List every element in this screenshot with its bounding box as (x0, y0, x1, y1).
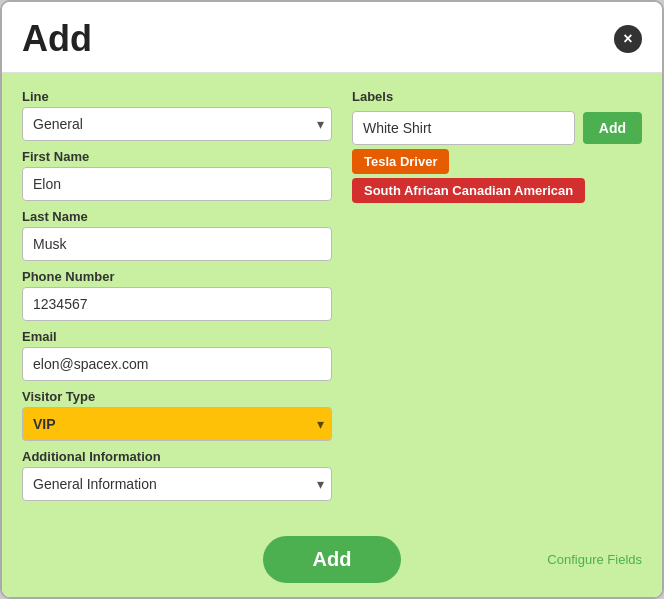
add-label-button[interactable]: Add (583, 112, 642, 144)
visitor-type-field-group: Visitor Type VIP General Business ▾ (22, 389, 332, 441)
additional-info-select-wrapper: General Information ▾ (22, 467, 332, 501)
add-button[interactable]: Add (263, 536, 402, 583)
line-select[interactable]: General Business VIP (22, 107, 332, 141)
line-field-group: Line General Business VIP ▾ (22, 89, 332, 141)
modal-header: Add × (2, 2, 662, 73)
phone-input[interactable] (22, 287, 332, 321)
additional-info-label: Additional Information (22, 449, 332, 464)
last-name-field-group: Last Name (22, 209, 332, 261)
visitor-type-select-wrapper: VIP General Business ▾ (22, 407, 332, 441)
last-name-label: Last Name (22, 209, 332, 224)
email-label: Email (22, 329, 332, 344)
labels-input[interactable] (352, 111, 575, 145)
label-tag-south-african: South African Canadian American (352, 178, 585, 203)
phone-label: Phone Number (22, 269, 332, 284)
email-field-group: Email (22, 329, 332, 381)
visitor-type-select[interactable]: VIP General Business (22, 407, 332, 441)
phone-field-group: Phone Number (22, 269, 332, 321)
modal-footer: Add Configure Fields (2, 524, 662, 597)
form-columns: Line General Business VIP ▾ First Name (22, 89, 642, 514)
right-column: Labels Add Tesla Driver South African Ca… (352, 89, 642, 514)
line-select-wrapper: General Business VIP ▾ (22, 107, 332, 141)
visitor-type-label: Visitor Type (22, 389, 332, 404)
add-modal: Add × Line General Business VIP ▾ (0, 0, 664, 599)
modal-body: Line General Business VIP ▾ First Name (2, 73, 662, 524)
close-button[interactable]: × (614, 25, 642, 53)
first-name-label: First Name (22, 149, 332, 164)
line-label: Line (22, 89, 332, 104)
first-name-field-group: First Name (22, 149, 332, 201)
labels-input-row: Add (352, 111, 642, 145)
left-column: Line General Business VIP ▾ First Name (22, 89, 332, 514)
last-name-input[interactable] (22, 227, 332, 261)
configure-fields-link[interactable]: Configure Fields (547, 552, 642, 567)
modal-title: Add (22, 18, 92, 60)
additional-info-select[interactable]: General Information (22, 467, 332, 501)
label-tag-tesla: Tesla Driver (352, 149, 449, 174)
email-input[interactable] (22, 347, 332, 381)
additional-info-field-group: Additional Information General Informati… (22, 449, 332, 501)
first-name-input[interactable] (22, 167, 332, 201)
labels-section-label: Labels (352, 89, 642, 104)
labels-section: Labels Add Tesla Driver South African Ca… (352, 89, 642, 203)
